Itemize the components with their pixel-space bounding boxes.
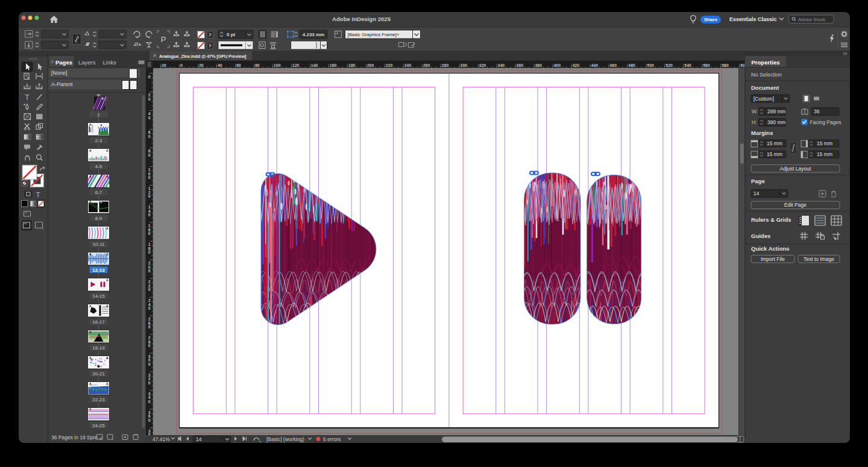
svg-text:0: 0 bbox=[148, 97, 151, 101]
svg-text:H:: H: bbox=[752, 119, 757, 125]
svg-text:Quick Actions: Quick Actions bbox=[751, 245, 790, 252]
svg-text:A: A bbox=[89, 252, 92, 256]
svg-text:20-21: 20-21 bbox=[92, 371, 105, 377]
svg-text:20: 20 bbox=[162, 63, 166, 67]
svg-text:12-13: 12-13 bbox=[92, 268, 105, 273]
svg-text:47.41%: 47.41% bbox=[153, 436, 170, 442]
svg-text:0: 0 bbox=[180, 63, 183, 67]
svg-text:15 mm: 15 mm bbox=[817, 151, 832, 157]
svg-text:14: 14 bbox=[753, 190, 760, 196]
svg-text:T: T bbox=[36, 191, 40, 198]
svg-text:0: 0 bbox=[148, 213, 151, 217]
svg-text:14-15: 14-15 bbox=[92, 293, 105, 299]
svg-text:380: 380 bbox=[535, 63, 542, 67]
svg-text:Links: Links bbox=[103, 59, 116, 66]
svg-text:520: 520 bbox=[665, 63, 673, 67]
svg-text:36: 36 bbox=[814, 108, 820, 114]
svg-text:220: 220 bbox=[386, 63, 393, 67]
svg-text:A-Parent: A-Parent bbox=[51, 81, 73, 87]
svg-text:420: 420 bbox=[572, 63, 579, 67]
svg-text:500: 500 bbox=[647, 63, 654, 67]
svg-text:0: 0 bbox=[148, 194, 151, 198]
svg-text:36 Pages in 19 Spre...: 36 Pages in 19 Spre... bbox=[51, 434, 102, 440]
svg-text:360: 360 bbox=[516, 63, 523, 67]
svg-text:380 mm: 380 mm bbox=[767, 119, 786, 125]
svg-text:18-19: 18-19 bbox=[92, 345, 105, 351]
svg-text:0: 0 bbox=[148, 231, 151, 236]
svg-text:580: 580 bbox=[722, 63, 729, 67]
svg-text:14: 14 bbox=[196, 436, 202, 442]
svg-text:100: 100 bbox=[274, 63, 281, 67]
svg-text:A: A bbox=[89, 123, 92, 127]
svg-text:15 mm: 15 mm bbox=[767, 140, 782, 146]
svg-text:A: A bbox=[102, 97, 104, 100]
svg-text:A: A bbox=[89, 304, 92, 308]
svg-text:Import File: Import File bbox=[761, 256, 785, 262]
svg-text:0: 0 bbox=[148, 343, 151, 348]
svg-text:Adobe InDesign 2025: Adobe InDesign 2025 bbox=[332, 16, 391, 22]
svg-text:A: A bbox=[89, 382, 92, 386]
svg-text:0: 0 bbox=[148, 325, 151, 329]
svg-text:10-11: 10-11 bbox=[93, 242, 105, 247]
svg-text:Text to Image: Text to Image bbox=[804, 256, 834, 262]
svg-text:60: 60 bbox=[236, 63, 241, 67]
svg-text:P: P bbox=[161, 35, 166, 44]
svg-text:0 pt: 0 pt bbox=[227, 32, 236, 37]
svg-text:0: 0 bbox=[148, 418, 151, 422]
svg-text:Facing Pages: Facing Pages bbox=[810, 119, 841, 125]
svg-text:160: 160 bbox=[330, 63, 337, 67]
svg-text:A: A bbox=[101, 124, 102, 127]
svg-text:0: 0 bbox=[148, 175, 151, 180]
svg-text:Analogue_Zine.indd @ 47% [GPU: Analogue_Zine.indd @ 47% [GPU Preview] bbox=[159, 54, 247, 59]
svg-text:8-9: 8-9 bbox=[95, 216, 102, 221]
svg-text:140: 140 bbox=[311, 63, 318, 67]
svg-text:24-25: 24-25 bbox=[92, 423, 105, 428]
svg-text:Adjust Layout: Adjust Layout bbox=[780, 166, 811, 172]
svg-text:Properties: Properties bbox=[752, 59, 780, 66]
svg-text:16-17: 16-17 bbox=[92, 319, 105, 325]
svg-text:Rulers & Grids: Rulers & Grids bbox=[751, 216, 791, 223]
svg-text:A: A bbox=[106, 278, 108, 282]
svg-text:[Custom]: [Custom] bbox=[753, 96, 774, 102]
svg-text:A: A bbox=[106, 175, 108, 178]
svg-text:20: 20 bbox=[199, 63, 204, 67]
svg-text:460: 460 bbox=[609, 63, 617, 67]
svg-text:180: 180 bbox=[348, 63, 356, 67]
svg-text:[Basic] (working): [Basic] (working) bbox=[266, 436, 304, 442]
svg-text:Essentials Classic: Essentials Classic bbox=[729, 16, 777, 22]
svg-text:0: 0 bbox=[148, 400, 151, 404]
svg-text:0: 0 bbox=[148, 269, 151, 273]
svg-text:A: A bbox=[106, 382, 108, 386]
svg-text:6-7: 6-7 bbox=[95, 190, 102, 195]
svg-text:540: 540 bbox=[684, 63, 691, 67]
svg-text:120: 120 bbox=[292, 63, 300, 67]
svg-text:260: 260 bbox=[423, 63, 430, 67]
svg-text:Document: Document bbox=[751, 84, 779, 91]
svg-text:Adobe Stock: Adobe Stock bbox=[798, 17, 826, 22]
svg-text:400: 400 bbox=[553, 63, 561, 67]
svg-text:[None]: [None] bbox=[51, 70, 68, 76]
svg-text:560: 560 bbox=[703, 63, 710, 67]
svg-text:No Selection: No Selection bbox=[751, 72, 782, 78]
svg-text:300: 300 bbox=[461, 63, 468, 67]
svg-text:1: 1 bbox=[97, 112, 100, 118]
svg-text:0: 0 bbox=[148, 75, 151, 79]
svg-text:15 mm: 15 mm bbox=[767, 151, 782, 157]
svg-text:440: 440 bbox=[591, 63, 598, 67]
svg-text:Margins: Margins bbox=[751, 130, 773, 136]
svg-text:Layers: Layers bbox=[78, 59, 96, 66]
svg-text:4.233 mm: 4.233 mm bbox=[303, 32, 324, 37]
svg-text:Share: Share bbox=[704, 17, 718, 22]
svg-text:22-23: 22-23 bbox=[92, 397, 105, 403]
svg-text:4-5: 4-5 bbox=[95, 164, 102, 169]
svg-text:0: 0 bbox=[148, 250, 151, 254]
svg-text:A: A bbox=[89, 356, 92, 360]
svg-text:480: 480 bbox=[628, 63, 635, 67]
svg-text:Page: Page bbox=[751, 178, 765, 184]
svg-text:A: A bbox=[106, 252, 108, 256]
svg-text:289 mm: 289 mm bbox=[767, 108, 786, 114]
svg-text:0: 0 bbox=[148, 116, 151, 120]
svg-text:240: 240 bbox=[404, 63, 412, 67]
svg-text:Pages: Pages bbox=[55, 59, 72, 66]
svg-text:A: A bbox=[106, 149, 108, 152]
